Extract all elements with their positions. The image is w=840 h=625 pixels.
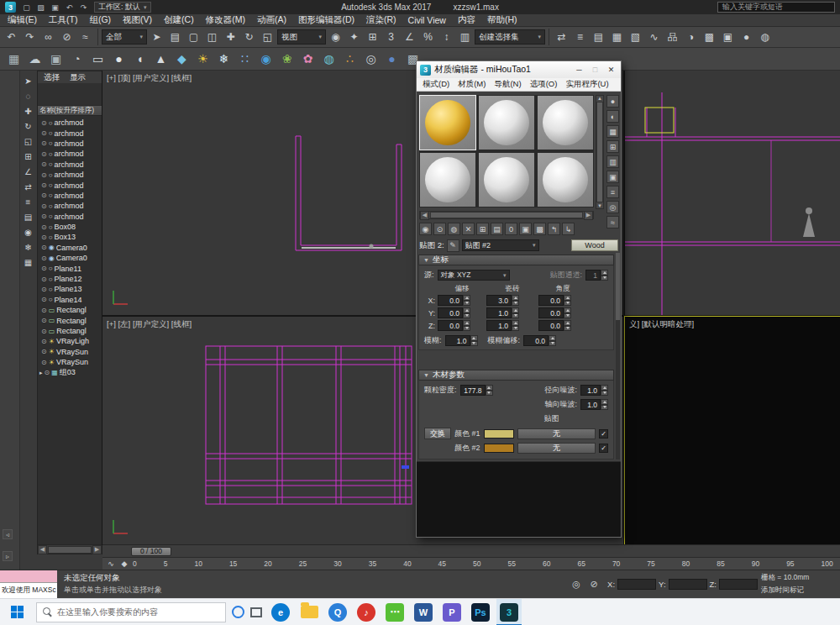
menu-item[interactable]: 图形编辑器(D) [292, 14, 360, 26]
visibility-eye-icon[interactable]: ⊙ [41, 171, 47, 179]
task-view-icon[interactable] [250, 607, 262, 617]
material-name-dropdown[interactable]: 贴图 #2 ▾ [462, 239, 539, 251]
scale-icon[interactable]: ◱ [21, 134, 35, 149]
visibility-eye-icon[interactable]: ⊙ [41, 307, 47, 314]
scroll-down-icon[interactable]: ▼ [597, 203, 602, 208]
rectangular-selection-icon[interactable]: ▢ [185, 29, 202, 46]
frame-ruler[interactable]: 0510152025303540455055606570758085909510… [131, 559, 840, 568]
menu-item[interactable]: 动画(A) [251, 14, 292, 26]
freeze-icon[interactable]: ❄ [21, 240, 35, 255]
slots-vertical-scrollbar[interactable]: ▲ ▼ [596, 95, 604, 209]
dock-collapse-icon[interactable]: ◃ [3, 529, 13, 539]
mirror-left-icon[interactable]: ⇄ [21, 180, 35, 194]
material-editor-menu-item[interactable]: 材质(M) [454, 79, 490, 90]
y-coordinate-field[interactable] [669, 579, 707, 590]
angle-icon[interactable]: ∠ [21, 165, 35, 179]
radial-noise-spinner[interactable]: 1.0 [580, 385, 608, 396]
undo-qat-icon[interactable]: ↶ [63, 2, 76, 13]
state-sets-icon[interactable]: ▣ [46, 50, 66, 69]
undo-icon[interactable]: ↶ [3, 29, 20, 46]
grain-thickness-spinner[interactable]: 177.8 [460, 385, 493, 396]
workspace-dropdown[interactable]: 工作区: 默认 ▾ [94, 2, 151, 13]
flower-icon[interactable]: ✿ [298, 50, 318, 69]
lasso-icon[interactable]: ◌ [21, 89, 35, 103]
scene-object-row[interactable]: ⊙ ◉ Camera0 [38, 243, 102, 253]
offset-spinner[interactable]: 0.0 [438, 295, 486, 306]
3dsmax-logo-icon[interactable]: 3 [5, 2, 16, 13]
scene-container-icon[interactable]: ▦ [4, 50, 24, 69]
select-and-rotate-icon[interactable]: ↻ [240, 29, 258, 46]
bind-to-space-warp-icon[interactable]: ≈ [76, 29, 94, 46]
color1-map-checkbox[interactable]: ✓ [599, 429, 608, 439]
cloud-icon[interactable]: ☁ [25, 50, 45, 69]
start-button[interactable] [3, 599, 30, 625]
minimize-icon[interactable]: ─ [573, 64, 585, 76]
unlink-selection-icon[interactable]: ⊘ [58, 29, 76, 46]
rotate-icon[interactable]: ↻ [21, 119, 35, 134]
keyboard-override-icon[interactable]: ⊞ [364, 29, 381, 46]
taskbar-app-tile[interactable]: P [439, 599, 465, 625]
menu-item[interactable]: 内容 [452, 14, 481, 26]
explorer-sort-header[interactable]: 名称(按升序排序) [38, 105, 102, 116]
cone-shape-icon[interactable]: ▲ [151, 50, 171, 69]
visibility-eye-icon[interactable]: ⊙ [41, 119, 47, 127]
go-to-parent-icon[interactable]: ↰ [548, 223, 560, 235]
scene-object-row[interactable]: ⊙ ◉ Camera0 [38, 253, 102, 263]
viewport-top-right[interactable] [625, 71, 840, 315]
visibility-eye-icon[interactable]: ⊙ [41, 348, 47, 355]
scene-object-row[interactable]: ⊙ ☀ VRaySun [38, 357, 102, 367]
maximize-icon[interactable]: □ [589, 64, 601, 76]
snowflake-icon[interactable]: ❄ [214, 50, 234, 69]
curve-editor-icon[interactable]: ∿ [645, 29, 663, 46]
material-id-icon[interactable]: 0 [505, 223, 517, 235]
save-file-icon[interactable]: ▣ [49, 2, 61, 13]
scene-explorer-toggle-icon[interactable]: ▤ [590, 29, 607, 46]
taskbar-app-tile[interactable]: ⋯ [382, 599, 407, 625]
particle-dots-icon[interactable]: ∷ [235, 50, 255, 69]
select-object-icon[interactable]: ➤ [148, 29, 165, 46]
backlight-icon[interactable]: ◐ [606, 110, 619, 123]
gem-icon[interactable]: ◆ [172, 50, 192, 69]
menu-item[interactable]: 视图(V) [117, 14, 158, 26]
droplet-icon[interactable]: ◉ [256, 50, 276, 69]
schematic-view-icon[interactable]: 品 [664, 29, 681, 46]
scene-object-row[interactable]: ⊙ ○ archmod [38, 139, 102, 149]
material-editor-icon[interactable]: ◑ [682, 29, 700, 46]
dock-expand-icon[interactable]: ▹ [3, 551, 13, 561]
material-sample-slot[interactable] [537, 152, 594, 207]
visibility-eye-icon[interactable]: ⊙ [41, 328, 47, 335]
scene-object-row[interactable]: ⊙ ○ archmod [38, 149, 102, 159]
isolate-selection-icon[interactable]: ◎ [570, 578, 583, 591]
viewport-label-partial[interactable]: 义] [默认明暗处理] [629, 319, 694, 330]
open-file-icon[interactable]: ▨ [34, 2, 47, 13]
visibility-eye-icon[interactable]: ⊙ [41, 359, 47, 366]
visibility-eye-icon[interactable]: ⊙ [41, 202, 47, 210]
redo-qat-icon[interactable]: ↷ [77, 2, 90, 13]
scene-object-row[interactable]: ⊙ ○ archmod [38, 118, 102, 128]
taskbar-app-tile[interactable] [297, 599, 322, 625]
scroll-left-icon[interactable]: ◀ [38, 545, 47, 554]
sample-tiling-icon[interactable]: ⊞ [606, 140, 619, 153]
visibility-eye-icon[interactable]: ⊙ [41, 244, 47, 251]
visibility-eye-icon[interactable]: ⊙ [41, 160, 47, 168]
snaps-toggle-3d-icon[interactable]: 3 [382, 29, 400, 46]
angle-spinner[interactable]: 0.0 [538, 320, 587, 331]
material-editor-menu-item[interactable]: 选项(O) [526, 79, 562, 90]
pick-material-pipette-icon[interactable]: ✎ [447, 239, 459, 252]
scene-object-row[interactable]: ⊙ ○ Plane11 [38, 263, 102, 273]
selection-filter-dropdown[interactable]: 全部 ▾ [102, 29, 147, 45]
put-to-library-icon[interactable]: ▤ [491, 223, 503, 235]
z-coordinate-field[interactable] [719, 579, 758, 590]
scrollbar-thumb[interactable] [430, 212, 583, 218]
spinner-arrows[interactable] [601, 270, 608, 281]
render-iterative-icon[interactable]: ◍ [756, 29, 774, 46]
select-and-link-icon[interactable]: ∞ [39, 29, 57, 46]
slots-horizontal-scrollbar[interactable]: ◀ ▶ [419, 211, 594, 219]
scene-object-row[interactable]: ⊙ ○ archmod [38, 160, 102, 170]
reference-coordinate-dropdown[interactable]: 视图 ▾ [277, 29, 326, 45]
scrollbar-thumb[interactable] [596, 102, 603, 202]
visibility-eye-icon[interactable]: ⊙ [41, 317, 47, 324]
marble-icon[interactable]: ● [382, 50, 402, 69]
scene-object-row[interactable]: ⊙ ○ Box13 [38, 232, 102, 242]
visibility-eye-icon[interactable]: ⊙ [41, 338, 47, 345]
